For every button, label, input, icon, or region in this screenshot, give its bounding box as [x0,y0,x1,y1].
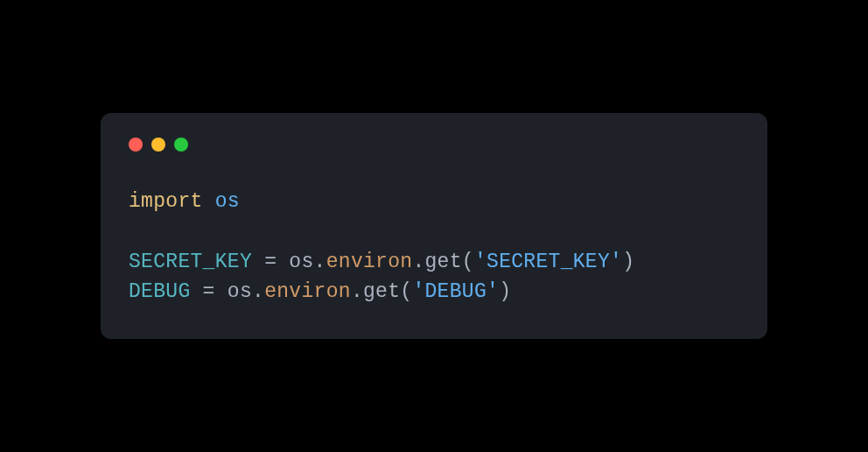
object-os: os [289,251,313,273]
code-content: import os SECRET_KEY = os.environ.get('S… [129,187,739,307]
property-environ: environ [264,280,351,303]
close-icon[interactable] [129,138,143,152]
paren-open: ( [462,251,474,273]
method-get: get [425,251,462,273]
string-secret-key: 'SECRET_KEY' [474,251,622,273]
window-controls [129,138,739,152]
operator-assign: = [191,280,228,303]
variable-secret-key: SECRET_KEY [129,251,252,273]
paren-close: ) [622,251,634,273]
operator-assign: = [252,251,289,273]
string-debug: 'DEBUG' [412,280,499,303]
code-line-4: DEBUG = os.environ.get('DEBUG') [129,277,739,307]
code-line-3: SECRET_KEY = os.environ.get('SECRET_KEY'… [129,247,739,278]
dot: . [351,280,363,303]
object-os: os [228,280,252,303]
variable-debug: DEBUG [129,280,191,303]
paren-close: ) [499,280,511,303]
module-os: os [215,190,240,213]
maximize-icon[interactable] [174,138,188,152]
code-window: import os SECRET_KEY = os.environ.get('S… [101,113,767,339]
keyword-import: import [129,190,203,213]
dot: . [314,251,326,273]
code-line-1: import os [129,187,739,217]
blank-line [129,217,739,247]
paren-open: ( [400,280,412,303]
dot: . [412,251,424,273]
dot: . [252,280,264,303]
minimize-icon[interactable] [151,138,165,152]
method-get: get [363,280,400,303]
property-environ: environ [326,251,413,273]
